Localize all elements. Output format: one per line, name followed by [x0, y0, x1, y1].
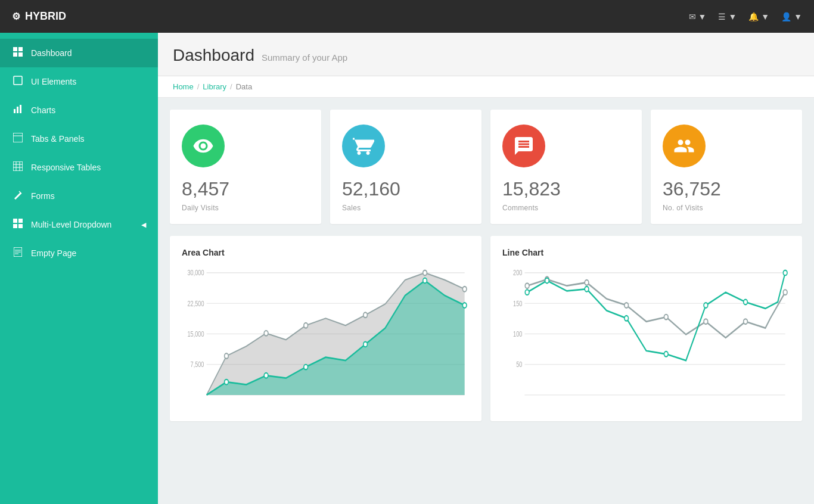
- svg-point-62: [744, 319, 748, 324]
- user-button[interactable]: 👤 ▼: [781, 12, 802, 21]
- area-chart-svg: 30,000 22,500 15,000 7,500: [182, 266, 470, 409]
- svg-point-42: [264, 373, 268, 378]
- email-button[interactable]: ✉ ▼: [689, 12, 707, 21]
- user-icon: 👤: [781, 12, 791, 21]
- svg-rect-5: [14, 109, 15, 113]
- svg-point-44: [363, 342, 368, 347]
- svg-text:30,000: 30,000: [188, 269, 204, 276]
- sidebar-item-label: Multi-Level Dropdown: [31, 220, 111, 229]
- svg-rect-18: [13, 224, 17, 228]
- breadcrumb-sep-1: /: [197, 82, 200, 91]
- sidebar-item-multi-level-dropdown[interactable]: Multi-Level Dropdown ◀: [0, 210, 158, 239]
- breadcrumb-home[interactable]: Home: [173, 82, 194, 91]
- main-layout: ▶ Dashboard UI Elements Charts: [0, 33, 814, 504]
- svg-point-68: [664, 351, 668, 357]
- stat-label-sales: Sales: [342, 204, 470, 212]
- sidebar-item-tabs-panels[interactable]: Tabs & Panels: [0, 125, 158, 153]
- svg-point-36: [304, 323, 308, 328]
- charts-row: Area Chart 30,000 22,500 15,: [170, 236, 802, 421]
- svg-point-67: [625, 316, 629, 321]
- svg-point-61: [704, 319, 708, 324]
- sidebar-item-label: Tabs & Panels: [31, 134, 85, 144]
- breadcrumb: Home / Library / Data: [173, 82, 799, 91]
- eye-icon: [192, 135, 214, 157]
- sidebar-item-responsive-tables[interactable]: Responsive Tables: [0, 153, 158, 182]
- svg-text:200: 200: [513, 269, 522, 276]
- svg-point-56: [525, 283, 529, 288]
- page-header: Dashboard Summary of your App: [158, 33, 814, 76]
- svg-text:100: 100: [513, 330, 522, 338]
- svg-rect-7: [20, 105, 21, 113]
- user-arrow: ▼: [794, 12, 802, 21]
- sidebar-item-label: Dashboard: [31, 48, 72, 58]
- stat-icon-circle-sales: [342, 125, 385, 167]
- empty-page-icon: [12, 247, 24, 259]
- stat-value-sales: 52,160: [342, 178, 470, 200]
- breadcrumb-current: Data: [236, 82, 252, 91]
- svg-rect-8: [13, 133, 23, 142]
- svg-point-66: [585, 287, 589, 292]
- page-title: Dashboard: [173, 46, 254, 65]
- stat-card-sales: 52,160 Sales: [330, 110, 481, 224]
- tables-icon: [12, 161, 24, 173]
- sidebar-item-label: UI Elements: [31, 77, 76, 86]
- stat-card-comments: 15,823 Comments: [490, 110, 642, 224]
- stat-label-no-visits: No. of Visits: [663, 204, 790, 212]
- svg-point-45: [423, 278, 427, 284]
- svg-rect-19: [18, 224, 23, 228]
- sidebar-item-label: Responsive Tables: [31, 163, 101, 172]
- sidebar-item-empty-page[interactable]: Empty Page: [0, 239, 158, 267]
- main-content: 8,457 Daily Visits 52,160 Sales 15: [158, 98, 814, 433]
- svg-point-58: [585, 280, 589, 285]
- dropdown-icon: [12, 219, 24, 231]
- svg-point-64: [525, 290, 529, 295]
- brand-name: HYBRID: [25, 10, 66, 23]
- stat-value-comments: 15,823: [502, 178, 630, 200]
- svg-rect-2: [13, 52, 17, 57]
- stat-label-visits: Daily Visits: [182, 204, 309, 212]
- sidebar-item-forms[interactable]: Forms: [0, 182, 158, 210]
- bell-arrow: ▼: [761, 12, 769, 21]
- email-icon: ✉: [689, 12, 696, 21]
- dashboard-icon: [12, 47, 24, 59]
- list-button[interactable]: ☰ ▼: [718, 12, 737, 21]
- area-chart-card: Area Chart 30,000 22,500 15,: [170, 236, 481, 421]
- area-chart-container: 30,000 22,500 15,000 7,500: [182, 266, 470, 409]
- arrow-icon: ◀: [141, 221, 146, 229]
- sidebar: ▶ Dashboard UI Elements Charts: [0, 33, 158, 504]
- svg-text:150: 150: [513, 299, 522, 307]
- content-area: Dashboard Summary of your App Home / Lib…: [158, 33, 814, 504]
- line-chart-svg: 200 150 100 50: [502, 266, 790, 409]
- svg-rect-6: [17, 107, 18, 113]
- navbar: ⚙ HYBRID ✉ ▼ ☰ ▼ 🔔 ▼ 👤 ▼: [0, 0, 814, 33]
- svg-text:22,500: 22,500: [188, 299, 204, 307]
- bell-button[interactable]: 🔔 ▼: [748, 12, 769, 21]
- sidebar-item-dashboard[interactable]: Dashboard: [0, 39, 158, 67]
- stat-card-daily-visits: 8,457 Daily Visits: [170, 110, 321, 224]
- svg-point-38: [423, 270, 427, 276]
- svg-point-70: [744, 300, 748, 305]
- svg-rect-0: [13, 47, 17, 51]
- line-chart-title: Line Chart: [502, 248, 790, 257]
- svg-rect-10: [13, 161, 23, 171]
- sidebar-menu: Dashboard UI Elements Charts Tabs & Pane…: [0, 33, 158, 273]
- forms-icon: [12, 190, 24, 202]
- svg-text:7,500: 7,500: [191, 360, 204, 368]
- svg-point-34: [225, 353, 229, 359]
- line-chart-card: Line Chart 200 150 100: [490, 236, 802, 421]
- breadcrumb-library[interactable]: Library: [203, 82, 226, 91]
- sidebar-item-charts[interactable]: Charts: [0, 96, 158, 125]
- sidebar-item-label: Charts: [31, 105, 55, 115]
- sidebar-item-ui-elements[interactable]: UI Elements: [0, 67, 158, 96]
- line-chart-container: 200 150 100 50: [502, 266, 790, 409]
- stats-row: 8,457 Daily Visits 52,160 Sales 15: [170, 110, 802, 224]
- list-arrow: ▼: [728, 12, 737, 21]
- group-icon: [673, 135, 695, 157]
- svg-rect-17: [18, 219, 23, 223]
- stat-value-visits: 8,457: [182, 178, 309, 200]
- charts-icon: [12, 104, 24, 116]
- stat-card-no-visits: 36,752 No. of Visits: [651, 110, 802, 224]
- svg-point-41: [225, 379, 229, 385]
- svg-point-37: [363, 312, 368, 318]
- svg-text:50: 50: [516, 360, 522, 368]
